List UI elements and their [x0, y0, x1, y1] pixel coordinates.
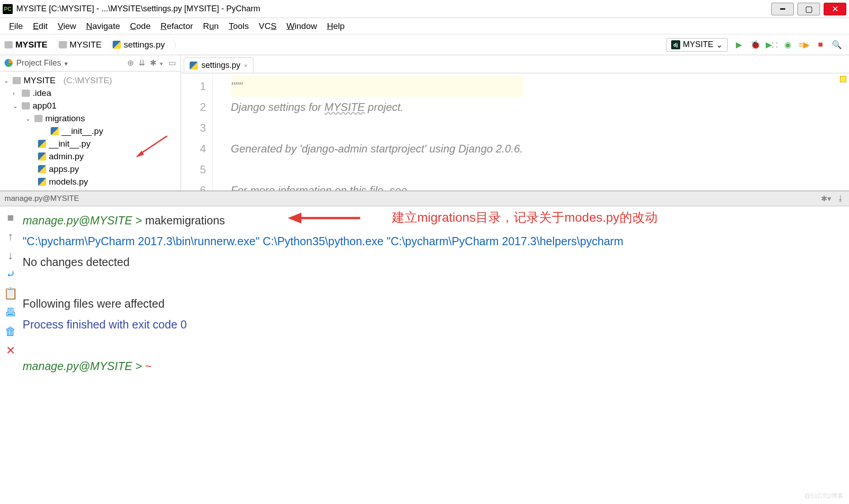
print-icon[interactable]: 🖶 — [5, 306, 16, 319]
tab-settings-py[interactable]: settings.py × — [184, 57, 253, 73]
crumb-root[interactable]: MYSITE — [0, 34, 54, 55]
concurrency-button[interactable]: ≡▶ — [799, 40, 809, 50]
folder-icon — [59, 41, 67, 48]
django-icon: dj — [671, 40, 680, 49]
collapse-all-icon[interactable]: ⇊ — [138, 58, 145, 68]
tree-idea[interactable]: ›.idea — [0, 87, 181, 100]
close-button[interactable]: ✕ — [824, 3, 846, 15]
tree-apps[interactable]: apps.py — [0, 163, 181, 176]
annotation-arrow-icon — [288, 209, 360, 227]
menu-tools[interactable]: Tools — [224, 19, 253, 33]
stop-button[interactable]: ■ — [816, 40, 825, 50]
editor-area: settings.py × 1234567 """ Django setting… — [181, 55, 849, 190]
titlebar: PC MYSITE [C:\MYSITE] - ...\MYSITE\setti… — [0, 0, 849, 18]
menu-window[interactable]: Window — [282, 19, 322, 33]
watermark: @51CTO博客 — [804, 492, 844, 500]
code-editor[interactable]: 1234567 """ Django settings for MYSITE p… — [181, 73, 849, 190]
settings-icon[interactable]: ✱ ▼ — [150, 58, 164, 68]
project-view-selector[interactable]: Project Files ▼ — [16, 58, 69, 68]
svg-marker-3 — [288, 213, 301, 223]
profile-button[interactable]: ◉ — [783, 40, 793, 50]
python-icon — [113, 41, 121, 49]
tree-models[interactable]: models.py — [0, 176, 181, 188]
minimize-button[interactable]: ━ — [771, 3, 794, 15]
navigation-toolbar: MYSITE MYSITE settings.py dj MYSITE ⌄ ▶ … — [0, 34, 849, 55]
menu-code[interactable]: Code — [125, 19, 155, 33]
breadcrumb: MYSITE MYSITE settings.py — [0, 34, 172, 55]
tree-tests[interactable]: tests.py — [0, 188, 181, 190]
terminal-download-icon[interactable]: ⭳ — [837, 194, 844, 204]
hide-icon[interactable]: ▭ — [168, 58, 176, 68]
menu-help[interactable]: Help — [322, 19, 349, 33]
menubar: File Edit View Navigate Code Refactor Ru… — [0, 18, 849, 34]
scroll-from-source-icon[interactable]: ⊕ — [127, 58, 134, 68]
annotation-arrow-icon — [136, 136, 167, 158]
clear-icon[interactable]: ✕ — [6, 344, 15, 357]
menu-refactor[interactable]: Refactor — [156, 19, 198, 33]
debug-button[interactable]: 🐞 — [750, 40, 760, 50]
menu-view[interactable]: View — [53, 19, 81, 33]
pycharm-icon: PC — [3, 4, 13, 14]
annotation-text: 建立migrations目录，记录关于modes.py的改动 — [392, 207, 658, 228]
menu-run[interactable]: Run — [199, 19, 224, 33]
run-config-selector[interactable]: dj MYSITE ⌄ — [666, 38, 728, 52]
menu-navigate[interactable]: Navigate — [81, 19, 124, 33]
run-button[interactable]: ▶ — [734, 40, 744, 50]
stop-icon[interactable]: ■ — [7, 211, 14, 223]
close-tab-icon[interactable]: × — [244, 62, 248, 69]
terminal-gutter: ■ ↑ ↓ ⤶ 📋 🖶 🗑 ✕ — [0, 206, 21, 504]
tree-app01[interactable]: ⌄app01 — [0, 100, 181, 112]
folder-icon — [13, 77, 21, 84]
warning-marker-icon[interactable] — [840, 76, 846, 82]
terminal[interactable]: ■ ↑ ↓ ⤶ 📋 🖶 🗑 ✕ manage.py@MYSITE > makem… — [0, 206, 849, 504]
search-button[interactable]: 🔍 — [832, 40, 842, 50]
project-tree[interactable]: ⌄MYSITE (C:\MYSITE) ›.idea ⌄app01 ⌄migra… — [0, 71, 181, 190]
scroll-icon[interactable]: 📋 — [4, 287, 18, 300]
trash-icon[interactable]: 🗑 — [5, 325, 16, 338]
menu-vcs[interactable]: VCS — [254, 19, 281, 33]
window-controls: ━ ▢ ✕ — [771, 3, 846, 15]
folder-icon — [5, 41, 13, 48]
down-icon[interactable]: ↓ — [8, 249, 14, 262]
python-icon — [190, 62, 198, 70]
up-icon[interactable]: ↑ — [8, 230, 14, 242]
project-files-icon — [5, 59, 13, 67]
svg-line-0 — [140, 136, 167, 154]
project-sidebar: Project Files ▼ ⊕ ⇊ ✱ ▼ ▭ ⌄MYSITE (C:\MY… — [0, 55, 181, 190]
menu-file[interactable]: File — [5, 19, 28, 33]
tree-migrations[interactable]: ⌄migrations — [0, 112, 181, 125]
gutter: 1234567 — [181, 73, 213, 190]
maximize-button[interactable]: ▢ — [797, 3, 820, 15]
terminal-title: manage.py@MYSITE — [5, 194, 79, 203]
terminal-header: manage.py@MYSITE ✱▾ ⭳ — [0, 191, 849, 206]
terminal-settings-icon[interactable]: ✱▾ — [821, 194, 831, 204]
chevron-down-icon: ⌄ — [716, 40, 723, 50]
menu-edit[interactable]: Edit — [29, 19, 52, 33]
coverage-button[interactable]: ▶⸬ — [767, 40, 777, 50]
window-title: MYSITE [C:\MYSITE] - ...\MYSITE\settings… — [16, 4, 260, 14]
crumb-file[interactable]: settings.py — [108, 34, 172, 55]
wrap-icon[interactable]: ⤶ — [6, 268, 15, 281]
crumb-mid[interactable]: MYSITE — [54, 34, 109, 55]
